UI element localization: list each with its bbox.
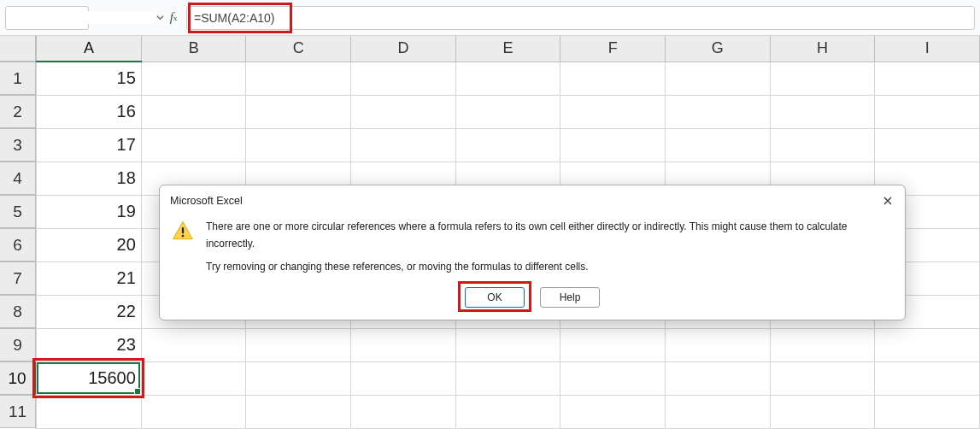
fx-icon[interactable]: fx (164, 9, 183, 27)
dialog-buttons: OK Help (160, 282, 905, 320)
cell-D10[interactable] (351, 361, 456, 395)
ok-button[interactable]: OK (465, 287, 525, 308)
cell-C3[interactable] (246, 128, 351, 162)
cell-C1[interactable] (246, 62, 351, 95)
name-box[interactable] (5, 6, 89, 30)
cell-A9[interactable]: 23 (37, 328, 142, 361)
row-header-4[interactable]: 4 (0, 162, 36, 195)
warning-icon (172, 218, 201, 275)
cell-I2[interactable] (875, 95, 980, 128)
column-header-G[interactable]: G (666, 36, 771, 62)
row-header-11[interactable]: 11 (0, 395, 36, 428)
column-header-D[interactable]: D (351, 36, 456, 62)
cell-I1[interactable] (875, 62, 980, 95)
cell-A2[interactable]: 16 (37, 95, 142, 128)
help-button[interactable]: Help (540, 287, 600, 308)
column-header-I[interactable]: I (875, 36, 980, 62)
cell-B9[interactable] (141, 328, 246, 361)
name-box-input[interactable] (6, 11, 156, 24)
select-all-corner[interactable] (0, 36, 36, 62)
cell-A4[interactable]: 18 (37, 162, 142, 195)
row-headers: 1234567891011 (0, 36, 36, 429)
cell-A3[interactable]: 17 (37, 128, 142, 162)
cell-B1[interactable] (141, 62, 246, 95)
dialog-line-1: There are one or more circular reference… (206, 218, 893, 253)
cell-I3[interactable] (875, 128, 980, 162)
cell-F11[interactable] (560, 395, 666, 428)
cell-H2[interactable] (770, 95, 875, 128)
formula-bar[interactable]: =SUM(A2:A10) (186, 6, 975, 30)
cell-F10[interactable] (560, 361, 666, 395)
chevron-down-icon[interactable] (156, 14, 164, 21)
cell-G9[interactable] (666, 328, 771, 361)
column-header-A[interactable]: A (37, 36, 142, 62)
cell-C11[interactable] (246, 395, 351, 428)
column-header-E[interactable]: E (455, 36, 560, 62)
row-header-7[interactable]: 7 (0, 262, 36, 295)
cell-G3[interactable] (666, 128, 771, 162)
cell-E3[interactable] (455, 128, 560, 162)
cell-D2[interactable] (351, 95, 456, 128)
row-header-5[interactable]: 5 (0, 195, 36, 228)
cell-F2[interactable] (560, 95, 666, 128)
close-icon[interactable] (879, 192, 896, 209)
cell-H11[interactable] (770, 395, 875, 428)
cell-A10[interactable]: 15600 (37, 361, 142, 395)
cell-A6[interactable]: 20 (37, 228, 142, 262)
cell-G10[interactable] (666, 361, 771, 395)
formula-bar-row: fx =SUM(A2:A10) (0, 0, 980, 36)
row-header-10[interactable]: 10 (0, 361, 36, 395)
cell-I10[interactable] (875, 361, 980, 395)
row-header-2[interactable]: 2 (0, 95, 36, 128)
cell-D11[interactable] (351, 395, 456, 428)
cell-B11[interactable] (141, 395, 246, 428)
row-header-9[interactable]: 9 (0, 328, 36, 361)
cell-G11[interactable] (666, 395, 771, 428)
column-header-B[interactable]: B (141, 36, 246, 62)
dialog-line-2: Try removing or changing these reference… (206, 258, 893, 275)
cell-H10[interactable] (770, 361, 875, 395)
cell-H1[interactable] (770, 62, 875, 95)
cell-A8[interactable]: 22 (37, 295, 142, 328)
dialog-title-text: Microsoft Excel (170, 195, 243, 207)
cell-B10[interactable] (141, 361, 246, 395)
cell-D3[interactable] (351, 128, 456, 162)
cell-E10[interactable] (455, 361, 560, 395)
svg-rect-3 (182, 227, 184, 233)
cell-F1[interactable] (560, 62, 666, 95)
cell-E11[interactable] (455, 395, 560, 428)
cell-I11[interactable] (875, 395, 980, 428)
column-header-H[interactable]: H (770, 36, 875, 62)
column-header-F[interactable]: F (560, 36, 666, 62)
row-header-1[interactable]: 1 (0, 62, 36, 95)
cell-E1[interactable] (455, 62, 560, 95)
dialog-message: There are one or more circular reference… (201, 218, 893, 275)
cell-A11[interactable] (37, 395, 142, 428)
cell-H9[interactable] (770, 328, 875, 361)
cell-E2[interactable] (455, 95, 560, 128)
ok-button-label: OK (487, 291, 502, 303)
formula-bar-text: =SUM(A2:A10) (194, 11, 275, 25)
cell-B3[interactable] (141, 128, 246, 162)
cell-A5[interactable]: 19 (37, 195, 142, 228)
dialog-titlebar: Microsoft Excel (160, 185, 905, 213)
cell-A7[interactable]: 21 (37, 262, 142, 295)
column-header-C[interactable]: C (246, 36, 351, 62)
cell-F3[interactable] (560, 128, 666, 162)
cell-E9[interactable] (455, 328, 560, 361)
cell-F9[interactable] (560, 328, 666, 361)
row-header-3[interactable]: 3 (0, 128, 36, 162)
cell-I9[interactable] (875, 328, 980, 361)
row-header-8[interactable]: 8 (0, 295, 36, 328)
cell-D9[interactable] (351, 328, 456, 361)
cell-B2[interactable] (141, 95, 246, 128)
cell-C10[interactable] (246, 361, 351, 395)
cell-C2[interactable] (246, 95, 351, 128)
cell-G1[interactable] (666, 62, 771, 95)
cell-D1[interactable] (351, 62, 456, 95)
cell-G2[interactable] (666, 95, 771, 128)
cell-H3[interactable] (770, 128, 875, 162)
cell-A1[interactable]: 15 (37, 62, 142, 95)
cell-C9[interactable] (246, 328, 351, 361)
row-header-6[interactable]: 6 (0, 228, 36, 262)
